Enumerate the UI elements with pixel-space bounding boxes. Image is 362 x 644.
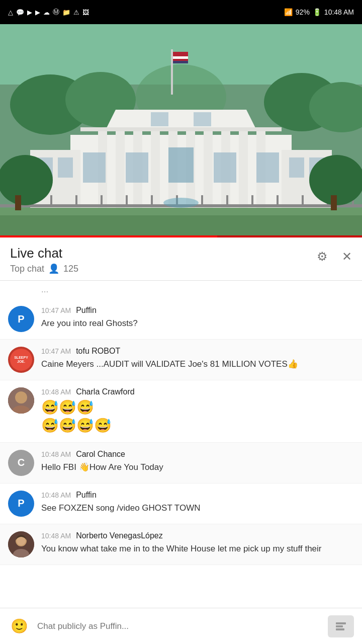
close-icon[interactable]: ✕ [342,250,352,264]
svg-rect-51 [302,195,304,207]
svg-rect-9 [173,56,188,59]
svg-rect-27 [214,152,236,183]
message-time: 10:48 AM [41,491,71,499]
svg-rect-43 [101,195,103,207]
chat-input[interactable] [37,621,321,631]
message-author: Puffin [76,306,97,315]
chat-header-info: Live chat Top chat 👤 125 [10,246,78,274]
svg-rect-38 [0,208,362,215]
svg-rect-44 [126,195,128,207]
chat-message: P 10:48 AM Puffin See FOXZEN song /video… [0,484,362,524]
svg-rect-18 [204,130,213,210]
message-time: 10:48 AM [41,388,71,396]
wifi-icon: 📶 [284,8,293,16]
svg-rect-49 [251,195,253,207]
notification-icons: △ 💬 ▶ ▶ ☁ Ⓜ 📁 ⚠ 🖼 [8,8,89,17]
youtube-icon: ▶ [27,9,32,16]
status-bar: △ 💬 ▶ ▶ ☁ Ⓜ 📁 ⚠ 🖼 📶 92% 🔋 10:48 AM [0,0,362,24]
truncated-message: ... [0,281,362,299]
avatar: P [8,306,34,332]
avatar [8,531,34,557]
warning-icon: ⚠ [73,9,79,16]
message-icon: 💬 [16,9,24,16]
message-meta: 10:48 AM Puffin [41,491,354,500]
message-author: Puffin [76,491,97,500]
message-time: 10:48 AM [41,450,71,458]
message-body: 10:47 AM tofu ROBOT Caine Meyers ...AUDI… [41,347,354,371]
svg-rect-56 [15,195,21,210]
top-chat-label[interactable]: Top chat [10,264,44,274]
message-meta: 10:48 AM Charla Crawford [41,387,354,396]
emoji-button[interactable]: 🙂 [8,615,30,637]
svg-rect-25 [126,152,148,183]
send-icon [335,620,347,632]
avatar: SLEEPYJOE. [8,347,34,373]
battery-text: 92% [296,8,310,16]
svg-rect-66 [336,622,346,624]
chat-message: P 10:47 AM Puffin Are you into real Ghos… [0,299,362,340]
avatar-label: SLEEPYJOE. [10,349,32,371]
video-scene [0,24,362,235]
svg-point-58 [163,198,199,208]
youtube2-icon: ▶ [35,9,40,16]
svg-rect-34 [58,157,73,178]
message-meta: 10:47 AM tofu ROBOT [41,347,354,356]
message-body: 10:48 AM Carol Chance Hello FBI 👋How Are… [41,450,354,474]
viewers-count: 125 [63,264,78,274]
message-text: Hello FBI 👋How Are You Today [41,461,354,474]
message-text: 😅😅😅😅😅😅😅 [41,398,354,435]
svg-marker-22 [106,110,256,130]
message-text: Caine Meyers ...AUDIT will VALIDATE Joe'… [41,358,354,371]
folder-icon: 📁 [62,9,70,16]
message-author: tofu ROBOT [76,347,120,356]
svg-rect-50 [277,195,279,207]
chat-input-bar: 🙂 [0,608,362,644]
message-time: 10:47 AM [41,306,71,314]
chat-title: Live chat [10,246,78,261]
svg-rect-23 [80,127,282,131]
chat-messages-list: P 10:47 AM Puffin Are you into real Ghos… [0,299,362,565]
cloud-icon: ☁ [43,9,50,16]
video-player[interactable] [0,24,362,235]
svg-rect-13 [116,130,125,210]
message-body: 10:48 AM Puffin See FOXZEN song /video G… [41,491,354,515]
svg-rect-57 [331,195,337,210]
chat-message: C 10:48 AM Carol Chance Hello FBI 👋How A… [0,443,362,484]
video-progress-fill [0,235,217,237]
message-meta: 10:48 AM Norberto VenegasLópez [41,531,354,540]
svg-rect-20 [239,130,248,210]
svg-rect-10 [173,61,188,63]
message-body: 10:47 AM Puffin Are you into real Ghosts… [41,306,354,330]
avatar [8,387,34,414]
message-author: Charla Crawford [76,387,134,396]
send-button[interactable] [328,615,354,637]
svg-rect-67 [336,625,343,627]
message-meta: 10:48 AM Carol Chance [41,450,354,459]
filter-icon[interactable]: ⚙ [317,250,328,264]
message-time: 10:47 AM [41,347,71,355]
battery-icon: 🔋 [313,8,321,16]
svg-rect-42 [75,195,77,207]
m-icon: Ⓜ [53,8,59,17]
svg-rect-47 [201,195,203,207]
svg-rect-24 [83,152,106,183]
svg-rect-28 [256,152,279,183]
message-text: See FOXZEN song /video GHOST TOWN [41,502,354,515]
message-text: Are you into real Ghosts? [41,317,354,330]
message-body: 10:48 AM Charla Crawford 😅😅😅😅😅😅😅 [41,387,354,435]
avatar: P [8,491,34,517]
svg-rect-26 [168,147,194,183]
chat-header: Live chat Top chat 👤 125 ⚙ ✕ [0,237,362,281]
svg-rect-48 [226,195,228,207]
viewers-icon: 👤 [48,263,59,274]
chat-message: 10:48 AM Charla Crawford 😅😅😅😅😅😅😅 [0,380,362,443]
svg-rect-35 [289,157,304,178]
chat-header-actions: ⚙ ✕ [317,246,352,264]
image-icon: 🖼 [82,9,89,16]
video-progress-bar[interactable] [0,235,362,237]
message-body: 10:48 AM Norberto VenegasLópez You know … [41,531,354,555]
chat-message: SLEEPYJOE. 10:47 AM tofu ROBOT Caine Mey… [0,340,362,380]
message-author: Norberto VenegasLópez [76,531,163,540]
message-text: You know what take me in to the White Ho… [41,542,354,555]
svg-rect-30 [194,112,211,126]
